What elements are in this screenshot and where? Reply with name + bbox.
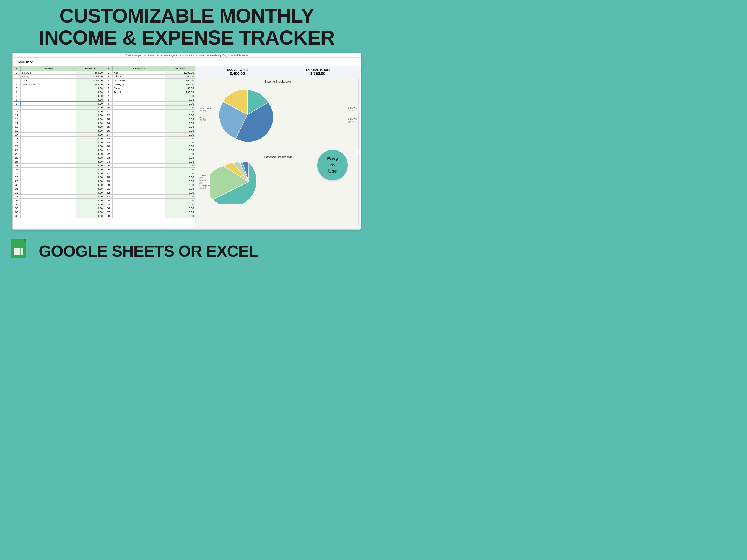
expense-row-name[interactable] [112, 156, 165, 160]
expense-row-amount[interactable]: 0.00 [165, 140, 195, 144]
income-row-amount[interactable]: 0.00 [76, 140, 104, 144]
income-row-name[interactable] [21, 137, 76, 140]
expense-row-name[interactable] [112, 109, 165, 113]
income-row-amount[interactable]: 0.00 [76, 121, 104, 125]
income-row-amount[interactable]: 0.00 [76, 171, 104, 175]
income-row-amount[interactable]: 0.00 [76, 86, 104, 90]
income-row-name[interactable]: Salary 2 [21, 75, 76, 79]
income-row-amount[interactable]: 0.00 [76, 113, 104, 117]
income-row-amount[interactable]: 0.00 [76, 183, 104, 187]
expense-row-amount[interactable]: 0.00 [165, 191, 195, 195]
expense-row-amount[interactable]: 0.00 [165, 187, 195, 191]
income-row-name[interactable] [21, 98, 76, 102]
expense-row-name[interactable] [112, 175, 165, 179]
income-row-amount[interactable]: 0.00 [76, 175, 104, 179]
expense-row-name[interactable] [112, 121, 165, 125]
expense-row-amount[interactable]: 0.00 [165, 156, 195, 160]
expense-row-name[interactable] [112, 140, 165, 144]
expense-row-amount[interactable]: 0.00 [165, 102, 195, 106]
income-row-amount[interactable]: 0.00 [76, 167, 104, 171]
expense-row-amount[interactable]: 0.00 [165, 137, 195, 140]
expense-row-name[interactable] [112, 206, 165, 210]
expense-row-name[interactable] [112, 203, 165, 206]
income-row-amount[interactable]: 0.00 [76, 117, 104, 121]
expense-row-amount[interactable]: 0.00 [165, 198, 195, 203]
expense-row-amount[interactable]: 0.00 [165, 121, 195, 125]
expense-row-amount[interactable]: 200.00 [165, 79, 195, 82]
expense-row-name[interactable]: Travel [112, 90, 165, 94]
expense-row-amount[interactable]: 0.00 [165, 206, 195, 210]
income-row-name[interactable] [21, 167, 76, 171]
income-row-amount[interactable]: 0.00 [76, 195, 104, 198]
expense-row-name[interactable] [112, 113, 165, 117]
expense-row-name[interactable] [112, 152, 165, 156]
income-row-name[interactable] [21, 210, 76, 214]
income-row-name[interactable] [21, 206, 76, 210]
income-row-name[interactable] [21, 183, 76, 187]
income-row-amount[interactable]: 0.00 [76, 206, 104, 210]
income-row-name[interactable] [21, 156, 76, 160]
income-row-name[interactable] [21, 140, 76, 144]
income-row-name[interactable] [21, 171, 76, 175]
expense-row-name[interactable] [112, 171, 165, 175]
income-row-name[interactable] [21, 160, 76, 164]
income-row-amount[interactable]: 0.00 [76, 156, 104, 160]
expense-row-amount[interactable]: 0.00 [165, 164, 195, 167]
expense-row-name[interactable]: Utilities [112, 75, 165, 79]
expense-row-name[interactable]: Phone [112, 86, 165, 90]
expense-row-name[interactable]: Groceries [112, 79, 165, 82]
income-row-amount[interactable]: 0.00 [76, 148, 104, 152]
income-row-name[interactable] [21, 117, 76, 121]
income-row-name[interactable] [21, 106, 76, 109]
expense-row-name[interactable] [112, 129, 165, 133]
expense-row-name[interactable] [112, 106, 165, 109]
expense-row-name[interactable]: Dining Out [112, 82, 165, 86]
income-row-amount[interactable]: 0.00 [76, 102, 104, 106]
income-row-name[interactable] [21, 125, 76, 129]
income-row-name[interactable] [21, 179, 76, 183]
income-row-amount[interactable]: 0.00 [76, 191, 104, 195]
income-row-amount[interactable]: 500.00 [76, 71, 104, 75]
income-row-name[interactable] [21, 164, 76, 167]
income-row-amount[interactable]: 0.00 [76, 125, 104, 129]
expense-row-amount[interactable]: 0.00 [165, 113, 195, 117]
expense-row-name[interactable] [112, 210, 165, 214]
income-row-name[interactable] [21, 144, 76, 148]
expense-row-name[interactable] [112, 160, 165, 164]
expense-row-amount[interactable]: 0.00 [165, 125, 195, 129]
expense-row-amount[interactable]: 0.00 [165, 183, 195, 187]
income-row-amount[interactable]: 0.00 [76, 98, 104, 102]
expense-row-name[interactable] [112, 198, 165, 203]
income-row-amount[interactable]: 0.00 [76, 187, 104, 191]
expense-row-name[interactable]: Rent [112, 71, 165, 75]
expense-row-amount[interactable]: 0.00 [165, 98, 195, 102]
expense-row-amount[interactable]: 0.00 [165, 214, 195, 218]
expense-row-amount[interactable]: 0.00 [165, 171, 195, 175]
expense-row-name[interactable] [112, 183, 165, 187]
income-row-name[interactable]: Etsy [21, 79, 76, 82]
expense-row-name[interactable] [112, 144, 165, 148]
income-row-amount[interactable]: 0.00 [76, 144, 104, 148]
expense-row-name[interactable] [112, 94, 165, 98]
expense-row-amount[interactable]: 0.00 [165, 133, 195, 137]
expense-row-amount[interactable]: 200.00 [165, 82, 195, 86]
income-row-amount[interactable]: 0.00 [76, 179, 104, 183]
income-row-amount[interactable]: 0.00 [76, 198, 104, 203]
expense-row-amount[interactable]: 0.00 [165, 117, 195, 121]
expense-row-amount[interactable]: 100.00 [165, 90, 195, 94]
income-row-name[interactable] [21, 191, 76, 195]
expense-row-amount[interactable]: 0.00 [165, 175, 195, 179]
expense-row-name[interactable] [112, 125, 165, 129]
expense-row-name[interactable] [112, 214, 165, 218]
income-row-name[interactable] [21, 102, 76, 106]
income-row-name[interactable] [21, 133, 76, 137]
income-row-amount[interactable]: 0.00 [76, 160, 104, 164]
expense-row-amount[interactable]: 0.00 [165, 109, 195, 113]
expense-row-amount[interactable]: 1,000.00 [165, 71, 195, 75]
expense-row-name[interactable] [112, 133, 165, 137]
income-row-amount[interactable]: 0.00 [76, 133, 104, 137]
income-row-name[interactable] [21, 121, 76, 125]
expense-row-amount[interactable]: 0.00 [165, 144, 195, 148]
expense-row-name[interactable] [112, 148, 165, 152]
expense-row-name[interactable] [112, 164, 165, 167]
